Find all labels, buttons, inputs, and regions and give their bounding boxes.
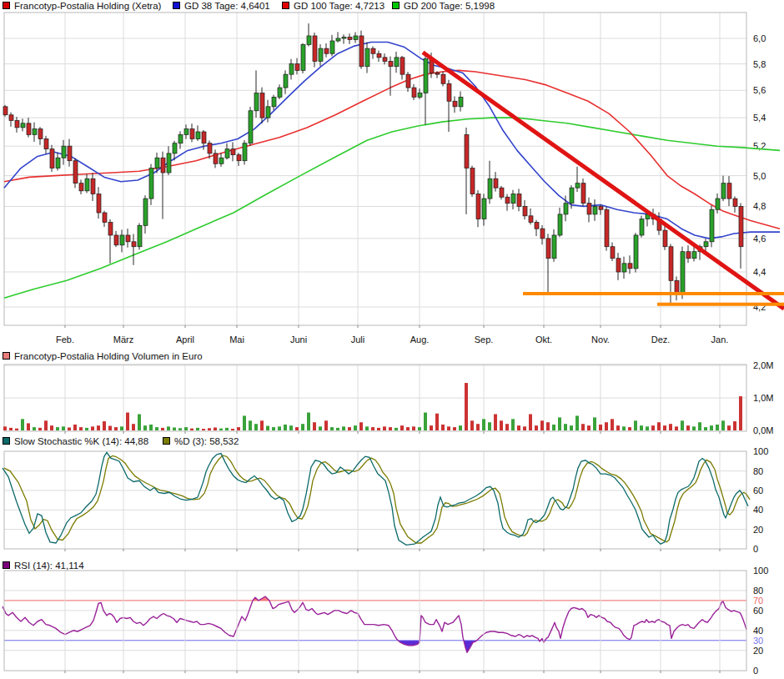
svg-text:April: April <box>176 334 194 345</box>
gd38-label: GD 38 Tage: 4,6401 <box>184 1 270 11</box>
stoch-k-label: Slow Stochastic %K (14): 44,88 <box>14 436 148 446</box>
svg-text:60: 60 <box>753 485 763 495</box>
svg-text:20: 20 <box>753 525 763 535</box>
svg-text:Dez.: Dez. <box>651 334 671 345</box>
moving-average-lines <box>4 43 780 299</box>
svg-text:4,8: 4,8 <box>753 201 766 211</box>
svg-text:100: 100 <box>753 566 768 576</box>
rsi-line <box>3 596 746 652</box>
svg-text:1,0M: 1,0M <box>753 393 773 403</box>
gd200-color-swatch <box>392 2 400 9</box>
rsi-label: RSI (14): 41,114 <box>14 561 84 571</box>
svg-text:70: 70 <box>753 596 763 606</box>
svg-text:20: 20 <box>753 646 763 656</box>
downtrend-line <box>423 53 784 309</box>
instrument-label: Francotyp-Postalia Holding (Xetra) <box>14 1 161 11</box>
rsi-panel: 1008070604030200 <box>3 566 768 676</box>
svg-text:Juni: Juni <box>290 334 307 345</box>
svg-text:4,4: 4,4 <box>753 267 766 277</box>
stoch-d-color-swatch <box>163 437 170 445</box>
rsi-color-swatch <box>3 561 10 569</box>
svg-text:0: 0 <box>753 666 758 676</box>
svg-text:Nov.: Nov. <box>591 334 610 345</box>
svg-text:Okt.: Okt. <box>535 334 552 345</box>
gd100-label: GD 100 Tage: 4,7213 <box>294 1 384 11</box>
svg-text:Feb.: Feb. <box>56 334 74 345</box>
gd38-color-swatch <box>173 2 180 9</box>
price-panel: 6,05,85,65,45,25,04,84,64,44,2Feb.MärzAp… <box>3 13 784 345</box>
volume-panel: 2,0M1,0M0,0M <box>3 360 773 435</box>
svg-text:März: März <box>113 334 133 345</box>
stoch-d-line <box>4 455 750 543</box>
stoch-k-line <box>3 453 748 546</box>
chart-canvas: 6,05,85,65,45,25,04,84,64,44,2Feb.MärzAp… <box>0 0 784 679</box>
svg-text:Mai: Mai <box>229 334 244 345</box>
svg-text:5,4: 5,4 <box>753 113 766 123</box>
instrument-color-swatch <box>3 2 10 9</box>
svg-text:Aug.: Aug. <box>410 334 430 345</box>
volume-label: Francotyp-Postalia Holding Volumen in Eu… <box>14 351 203 361</box>
svg-text:0,0M: 0,0M <box>753 425 773 435</box>
svg-text:5,0: 5,0 <box>753 171 766 181</box>
ma-line <box>4 70 780 229</box>
candles-layer <box>3 23 743 304</box>
svg-text:2,0M: 2,0M <box>753 360 773 370</box>
stock-chart-page: 6,05,85,65,45,25,04,84,64,44,2Feb.MärzAp… <box>0 0 784 679</box>
svg-text:30: 30 <box>753 636 763 646</box>
svg-text:0: 0 <box>753 544 758 554</box>
stoch-d-label: %D (3): 58,532 <box>174 436 239 446</box>
svg-text:6,0: 6,0 <box>753 33 766 43</box>
svg-text:Juli: Juli <box>351 334 365 345</box>
svg-text:5,8: 5,8 <box>753 59 766 69</box>
svg-text:40: 40 <box>753 626 763 636</box>
stochastic-panel: 100806040200 <box>3 446 768 554</box>
stoch-k-color-swatch <box>3 437 10 445</box>
svg-text:80: 80 <box>753 466 763 476</box>
svg-text:60: 60 <box>753 606 763 616</box>
svg-text:100: 100 <box>753 446 768 456</box>
svg-text:Sep.: Sep. <box>475 334 494 345</box>
svg-text:40: 40 <box>753 505 763 515</box>
gd200-label: GD 200 Tage: 5,1998 <box>404 1 495 11</box>
volume-bars <box>3 383 742 430</box>
svg-text:4,6: 4,6 <box>753 234 766 244</box>
volume-color-swatch <box>3 352 10 360</box>
ma-line <box>4 118 780 298</box>
svg-text:5,6: 5,6 <box>753 85 766 95</box>
svg-text:Jan.: Jan. <box>711 334 729 345</box>
gd100-color-swatch <box>282 2 289 9</box>
svg-text:80: 80 <box>753 586 763 596</box>
